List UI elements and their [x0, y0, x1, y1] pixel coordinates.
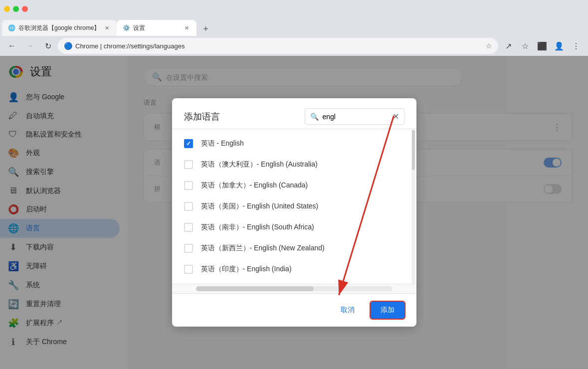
lang-checkbox-en-NZ[interactable] — [184, 244, 193, 253]
add-button[interactable]: 添加 — [371, 302, 404, 319]
dialog-search-icon: 🔍 — [310, 113, 319, 121]
lang-item-en-CA[interactable]: 英语（加拿大）- English (Canada) — [172, 175, 416, 196]
tab-1-title: 谷歌浏览器【google chrome】 — [18, 24, 100, 32]
lang-checkbox-en-IN[interactable] — [184, 265, 193, 274]
h-scrollbar-thumb — [196, 286, 314, 291]
toolbar-right: ↗ ☆ ⬛ 👤 ⋮ — [500, 38, 584, 54]
maximize-btn[interactable] — [13, 6, 19, 12]
address-bar: ← → ↻ 🔵 Chrome | chrome://settings/langu… — [0, 36, 588, 56]
lang-checkbox-en-US[interactable] — [184, 202, 193, 211]
lang-text-en-US: 英语（美国）- English (United States) — [201, 202, 319, 211]
dialog-search-input[interactable] — [323, 113, 389, 121]
tab-2[interactable]: ⚙️ 设置 ✕ — [117, 20, 196, 36]
add-language-dialog: 添加语言 🔍 ✕ 英语 - English 英语（澳大利亚）- English … — [172, 98, 416, 327]
lang-item-en-IN[interactable]: 英语（印度）- English (India) — [172, 259, 416, 280]
bookmark-star-icon[interactable]: ☆ — [486, 42, 492, 50]
lang-text-en: 英语 - English — [201, 139, 244, 148]
horizontal-scroll-area — [172, 284, 416, 294]
new-tab-button[interactable]: + — [198, 22, 212, 36]
cancel-button[interactable]: 取消 — [331, 302, 365, 319]
list-scrollbar[interactable] — [411, 129, 415, 284]
extension-button[interactable]: ⬛ — [534, 38, 550, 54]
tab-bar: 🌐 谷歌浏览器【google chrome】 ✕ ⚙️ 设置 ✕ + — [0, 18, 588, 36]
lang-checkbox-en[interactable] — [184, 139, 193, 148]
dialog-header: 添加语言 🔍 ✕ — [172, 98, 416, 129]
tab-2-close[interactable]: ✕ — [183, 24, 191, 32]
lang-text-en-IN: 英语（印度）- English (India) — [201, 265, 292, 274]
tab-2-title: 设置 — [133, 24, 180, 32]
tab-1-close[interactable]: ✕ — [103, 24, 111, 32]
profile-button[interactable]: 👤 — [551, 38, 567, 54]
lang-text-en-AU: 英语（澳大利亚）- English (Australia) — [201, 160, 318, 169]
h-scrollbar[interactable] — [196, 286, 392, 291]
share-button[interactable]: ↗ — [500, 38, 516, 54]
lang-item-en-NZ[interactable]: 英语（新西兰）- English (New Zealand) — [172, 238, 416, 259]
address-secure-icon: 🔵 — [64, 42, 72, 50]
lang-item-en[interactable]: 英语 - English — [172, 133, 416, 154]
close-btn[interactable] — [22, 6, 28, 12]
bookmark-button[interactable]: ☆ — [517, 38, 533, 54]
dialog-overlay: 添加语言 🔍 ✕ 英语 - English 英语（澳大利亚）- English … — [0, 56, 588, 369]
lang-checkbox-en-CA[interactable] — [184, 181, 193, 190]
dialog-search-clear-icon[interactable]: ✕ — [392, 112, 399, 121]
minimize-btn[interactable] — [4, 6, 10, 12]
lang-checkbox-en-ZA[interactable] — [184, 223, 193, 232]
lang-item-en-AU[interactable]: 英语（澳大利亚）- English (Australia) — [172, 154, 416, 175]
lang-text-en-CA: 英语（加拿大）- English (Canada) — [201, 181, 308, 190]
page: 设置 👤 您与 Google 🖊 自动填充 🛡 隐私设置和安全性 🎨 外观 🔍 … — [0, 56, 588, 369]
lang-text-en-ZA: 英语（南非）- English (South Africa) — [201, 223, 314, 232]
dialog-title: 添加语言 — [184, 111, 220, 123]
lang-item-en-US[interactable]: 英语（美国）- English (United States) — [172, 196, 416, 217]
lang-text-en-NZ: 英语（新西兰）- English (New Zealand) — [201, 244, 325, 253]
tab-1[interactable]: 🌐 谷歌浏览器【google chrome】 ✕ — [2, 20, 117, 36]
forward-button[interactable]: → — [22, 38, 38, 54]
dialog-footer: 取消 添加 — [172, 294, 416, 327]
reload-button[interactable]: ↻ — [40, 38, 56, 54]
tab-1-favicon: 🌐 — [8, 24, 15, 31]
dialog-language-list: 英语 - English 英语（澳大利亚）- English (Australi… — [172, 129, 416, 284]
lang-checkbox-en-AU[interactable] — [184, 160, 193, 169]
title-bar-controls — [4, 6, 28, 12]
address-input-wrap: 🔵 Chrome | chrome://settings/languages ☆ — [58, 38, 498, 54]
dialog-search-wrap: 🔍 ✕ — [305, 108, 404, 125]
lang-item-en-ZA[interactable]: 英语（南非）- English (South Africa) — [172, 217, 416, 238]
more-button[interactable]: ⋮ — [568, 38, 584, 54]
back-button[interactable]: ← — [4, 38, 20, 54]
title-bar — [0, 0, 588, 18]
tab-2-favicon: ⚙️ — [123, 24, 130, 31]
address-text: Chrome | chrome://settings/languages — [75, 42, 483, 50]
